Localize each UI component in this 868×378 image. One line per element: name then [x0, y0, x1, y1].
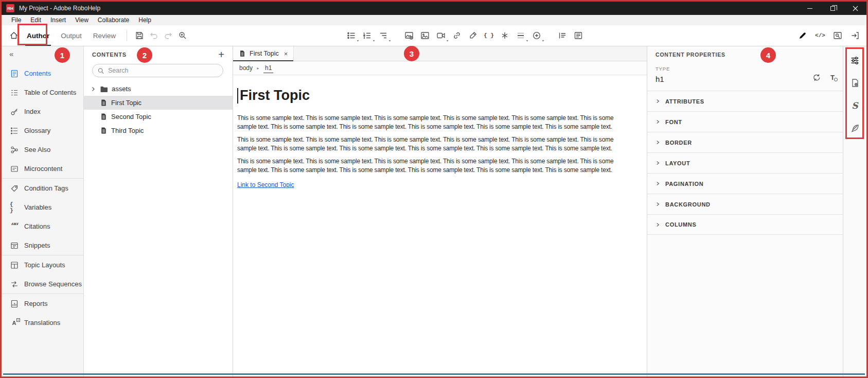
- sidebar-item-index[interactable]: Index: [2, 102, 83, 121]
- minimize-button[interactable]: [799, 2, 821, 15]
- insert-variable-button[interactable]: { }: [482, 28, 496, 43]
- author-sidebar: « Contents Table of Contents Index Gloss…: [2, 46, 84, 376]
- insert-horizontal-line-icon: [516, 31, 525, 40]
- toc-placeholder-icon: [558, 31, 567, 40]
- section-pagination[interactable]: PAGINATION: [647, 173, 843, 194]
- restore-button[interactable]: [821, 2, 844, 15]
- sidebar-item-label: Snippets: [24, 242, 50, 249]
- sidebar-item-topic-layouts[interactable]: Topic Layouts: [2, 255, 83, 274]
- section-columns[interactable]: COLUMNS: [647, 214, 843, 235]
- sidebar-item-label: Contents: [24, 70, 51, 77]
- insert-link-button[interactable]: [450, 28, 464, 43]
- format-painter-button[interactable]: [466, 28, 480, 43]
- menu-help[interactable]: Help: [134, 15, 156, 25]
- menu-view[interactable]: View: [70, 15, 93, 25]
- section-font[interactable]: FONT: [647, 111, 843, 132]
- sidebar-item-microcontent[interactable]: Microcontent: [2, 159, 83, 178]
- sidebar-item-see-also[interactable]: See Also: [2, 140, 83, 159]
- toc-placeholder-button[interactable]: [555, 28, 570, 43]
- source-view-button[interactable]: </>: [813, 28, 827, 43]
- add-topic-button[interactable]: +: [218, 50, 224, 59]
- sidebar-item-variables[interactable]: { } Variables: [2, 198, 83, 217]
- close-button[interactable]: [844, 2, 866, 15]
- tab-first-topic[interactable]: First Topic ×: [233, 46, 294, 61]
- redo-icon: [164, 31, 173, 40]
- redo-button[interactable]: [161, 28, 175, 43]
- insert-image-button[interactable]: [418, 28, 432, 43]
- menu-collaborate[interactable]: Collaborate: [93, 15, 134, 25]
- tab-review[interactable]: Review: [87, 25, 121, 46]
- sidebar-item-browse-sequences[interactable]: Browse Sequences: [2, 274, 83, 294]
- sidebar-item-glossary[interactable]: Glossary: [2, 121, 83, 140]
- bullet-list-button[interactable]: [344, 28, 359, 43]
- tree-item-first-topic[interactable]: First Topic: [84, 96, 233, 110]
- tab-output[interactable]: Output: [55, 25, 87, 46]
- insert-more-button[interactable]: [529, 28, 544, 43]
- save-all-button[interactable]: [132, 28, 147, 43]
- topic-content[interactable]: First Topic This is some sample text. Th…: [233, 75, 647, 189]
- sidebar-item-citations[interactable]: ““ Citations: [2, 217, 83, 236]
- tree-item-second-topic[interactable]: Second Topic: [84, 110, 233, 124]
- insert-horizontal-line-button[interactable]: [513, 28, 528, 43]
- sidebar-item-snippets[interactable]: Snippets: [2, 236, 83, 255]
- insert-snippet-icon: [500, 31, 509, 40]
- properties-panel-title: CONTENT PROPERTIES: [647, 46, 843, 63]
- edit-mode-button[interactable]: [795, 28, 810, 43]
- close-tab-icon[interactable]: ×: [284, 50, 288, 58]
- refresh-icon[interactable]: [812, 73, 821, 82]
- annotation-badge-3: 3: [404, 46, 419, 61]
- breadcrumb-body[interactable]: body: [239, 64, 253, 72]
- menu-bar: File Edit Insert View Collaborate Help: [2, 15, 866, 25]
- sidebar-item-condition-tags[interactable]: Condition Tags: [2, 179, 83, 198]
- section-layout[interactable]: LAYOUT: [647, 152, 843, 173]
- tag-icon: [10, 184, 19, 193]
- section-border[interactable]: BORDER: [647, 132, 843, 152]
- tree-item-assets[interactable]: assets: [84, 82, 233, 96]
- sidebar-item-label: Condition Tags: [24, 184, 68, 192]
- annotation-badge-4: 4: [760, 47, 776, 63]
- exit-button[interactable]: [848, 28, 862, 43]
- toolbar-separator: [127, 30, 127, 41]
- find-replace-button[interactable]: [175, 28, 190, 43]
- folder-icon: [100, 85, 108, 93]
- chevron-right-icon: [656, 202, 660, 207]
- topic-icon: [100, 127, 108, 134]
- numbered-list-button[interactable]: [360, 28, 375, 43]
- sidebar-item-contents[interactable]: Contents: [2, 64, 83, 83]
- close-icon: [853, 6, 858, 11]
- chevron-right-icon[interactable]: [90, 86, 96, 92]
- sample-paragraph: This is some sample text. This is some s…: [237, 157, 626, 174]
- multilevel-list-button[interactable]: [376, 28, 391, 43]
- insert-video-button[interactable]: [434, 28, 448, 43]
- section-background[interactable]: BACKGROUND: [647, 194, 843, 214]
- breadcrumb-h1[interactable]: h1: [263, 63, 273, 73]
- content-properties-panel: CONTENT PROPERTIES TYPE h1 T ATTRIBUTES …: [647, 46, 843, 376]
- preview-button[interactable]: [830, 28, 845, 43]
- sidebar-item-label: Table of Contents: [24, 89, 76, 96]
- search-icon: [98, 67, 104, 74]
- search-input[interactable]: [108, 67, 218, 74]
- undo-button[interactable]: [147, 28, 161, 43]
- chevron-right-icon: [656, 181, 660, 186]
- tree-item-third-topic[interactable]: Third Topic: [84, 124, 233, 138]
- see-also-icon: [10, 146, 19, 154]
- braces-icon: { }: [10, 201, 19, 214]
- text-caret: [237, 88, 238, 104]
- link-to-second-topic[interactable]: Link to Second Topic: [237, 181, 294, 188]
- collapse-sidebar-button[interactable]: «: [9, 49, 13, 58]
- sidebar-item-reports[interactable]: Reports: [2, 294, 83, 313]
- sidebar-item-label: Topic Layouts: [24, 261, 65, 269]
- mini-toc-button[interactable]: [571, 28, 586, 43]
- change-type-icon[interactable]: T: [830, 74, 835, 81]
- insert-image-placeholder-button[interactable]: [402, 28, 416, 43]
- insert-snippet-button[interactable]: [498, 28, 512, 43]
- sidebar-item-label: Reports: [24, 300, 48, 307]
- menu-insert[interactable]: Insert: [46, 15, 70, 25]
- sidebar-item-translations[interactable]: A Translations: [2, 313, 83, 332]
- section-attributes[interactable]: ATTRIBUTES: [647, 91, 843, 111]
- chevron-right-icon: [656, 119, 660, 124]
- preview-icon: [833, 31, 842, 40]
- topic-heading: First Topic: [237, 88, 626, 104]
- sidebar-item-table-of-contents[interactable]: Table of Contents: [2, 83, 83, 102]
- annotation-badge-2: 2: [137, 47, 152, 63]
